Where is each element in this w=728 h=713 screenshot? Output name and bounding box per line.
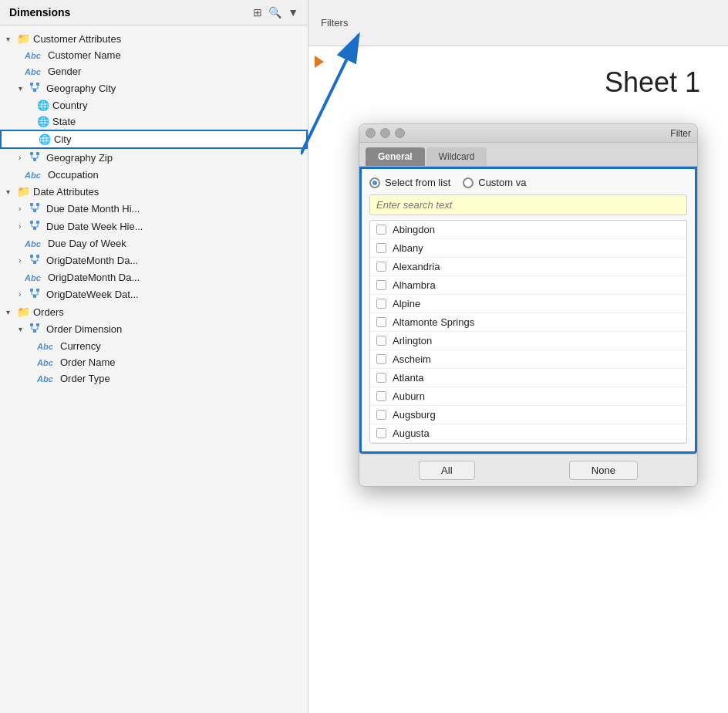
svg-rect-7 — [30, 152, 33, 155]
tree-item-due-date-week[interactable]: › Due Date Week Hie... — [0, 218, 308, 235]
none-button[interactable]: None — [569, 461, 638, 480]
tab-general[interactable]: General — [366, 147, 425, 166]
traffic-light-close[interactable] — [366, 128, 376, 138]
city-label: Atlanta — [393, 372, 423, 384]
city-row-arlington[interactable]: Arlington — [370, 332, 686, 350]
tree-item-customer-attributes[interactable]: ▾ 📁 Customer Attributes — [0, 30, 308, 47]
globe-icon-country: 🌐 — [37, 100, 49, 111]
svg-rect-15 — [33, 209, 36, 212]
city-label: Arlington — [393, 335, 432, 346]
hierarchy-icon — [29, 82, 40, 95]
tree-item-geography-zip[interactable]: › Geography Zip — [0, 149, 308, 167]
city-row-augsburg[interactable]: Augsburg — [370, 406, 686, 424]
radio-label-list: Select from list — [385, 177, 450, 188]
tree-item-orders[interactable]: ▾ 📁 Orders — [0, 303, 308, 320]
city-label: Alhambra — [393, 279, 436, 291]
city-row-abingdon[interactable]: Abingdon — [370, 221, 686, 239]
city-list: Abingdon Albany Alexandria Alhambra Alpi… — [369, 220, 687, 444]
city-checkbox-augusta[interactable] — [376, 428, 386, 438]
traffic-light-maximize[interactable] — [395, 128, 405, 138]
city-row-ascheim[interactable]: Ascheim — [370, 350, 686, 369]
city-checkbox-augsburg[interactable] — [376, 410, 386, 420]
radio-circle-list[interactable] — [369, 177, 380, 188]
city-checkbox-albany[interactable] — [376, 243, 386, 253]
filter-dialog: Filter General Wildcard Select from list… — [359, 123, 698, 487]
filters-bar: Filters — [308, 0, 728, 46]
tree-item-order-name[interactable]: Abc Order Name — [0, 354, 308, 370]
all-button[interactable]: All — [419, 461, 474, 480]
sheet-area: Sheet 1 — [308, 46, 728, 111]
tree-item-gender[interactable]: Abc Gender — [0, 63, 308, 79]
filters-label: Filters — [321, 17, 348, 29]
dialog-content: Select from list Custom va Abingdon Alba… — [359, 167, 697, 454]
grid-icon[interactable]: ⊞ — [253, 6, 262, 19]
city-row-atlanta[interactable]: Atlanta — [370, 369, 686, 387]
radio-circle-custom[interactable] — [463, 177, 474, 188]
city-label: Ascheim — [393, 353, 431, 365]
radio-custom-value[interactable]: Custom va — [463, 177, 526, 188]
svg-rect-32 — [36, 289, 39, 292]
hierarchy-icon-ddm — [29, 202, 40, 215]
radio-label-custom: Custom va — [478, 177, 526, 188]
tree-item-order-type[interactable]: Abc Order Type — [0, 370, 308, 387]
svg-rect-9 — [33, 158, 36, 161]
city-row-alpine[interactable]: Alpine — [370, 295, 686, 313]
dialog-footer: All None — [359, 454, 697, 486]
svg-rect-1 — [36, 83, 39, 86]
city-row-altamonte[interactable]: Altamonte Springs — [370, 313, 686, 332]
search-icon[interactable]: 🔍 — [268, 6, 281, 19]
tree-item-state[interactable]: 🌐 State — [0, 113, 308, 130]
traffic-light-minimize[interactable] — [380, 128, 390, 138]
tree-item-country[interactable]: 🌐 Country — [0, 97, 308, 113]
dimensions-tree: ▾ 📁 Customer Attributes Abc Customer Nam… — [0, 25, 308, 708]
dimensions-header: Dimensions ⊞ 🔍 ▼ — [0, 0, 308, 25]
tree-item-currency[interactable]: Abc Currency — [0, 338, 308, 354]
city-row-auburn[interactable]: Auburn — [370, 387, 686, 406]
tree-item-origdate-month-da2[interactable]: Abc OrigDateMonth Da... — [0, 269, 308, 286]
tree-item-occupation[interactable]: Abc Occupation — [0, 167, 308, 183]
svg-rect-27 — [33, 261, 36, 264]
svg-rect-26 — [36, 255, 39, 258]
tree-item-date-attributes[interactable]: ▾ 📁 Date Attributes — [0, 183, 308, 200]
city-label: Auburn — [393, 390, 425, 402]
city-row-augusta[interactable]: Augusta — [370, 424, 686, 443]
city-row-alexandria[interactable]: Alexandria — [370, 258, 686, 276]
radio-select-from-list[interactable]: Select from list — [369, 177, 450, 188]
svg-rect-21 — [33, 227, 36, 230]
city-label: Altamonte Springs — [393, 316, 474, 328]
hierarchy-icon-odm — [29, 254, 40, 267]
city-row-albany[interactable]: Albany — [370, 239, 686, 258]
tree-item-due-day-of-week[interactable]: Abc Due Day of Week — [0, 235, 308, 252]
city-checkbox-atlanta[interactable] — [376, 373, 386, 383]
tree-item-geography-city[interactable]: ▾ Geography City — [0, 79, 308, 97]
svg-rect-25 — [30, 255, 33, 258]
sheet-title: Sheet 1 — [321, 59, 716, 99]
svg-rect-37 — [30, 323, 33, 326]
tree-item-order-dimension[interactable]: ▾ Order Dimension — [0, 320, 308, 338]
tree-item-city[interactable]: 🌐 City — [0, 130, 308, 149]
tab-wildcard[interactable]: Wildcard — [426, 147, 487, 166]
city-search-input[interactable] — [369, 194, 687, 215]
city-label: Abingdon — [393, 224, 435, 235]
dimensions-title: Dimensions — [9, 6, 247, 19]
dialog-titlebar: Filter — [359, 124, 697, 143]
city-checkbox-altamonte[interactable] — [376, 317, 386, 327]
tree-item-customer-name[interactable]: Abc Customer Name — [0, 47, 308, 63]
tree-item-origdate-week-dat[interactable]: › OrigDateWeek Dat... — [0, 286, 308, 303]
hierarchy-icon-od — [29, 323, 40, 336]
city-checkbox-alexandria[interactable] — [376, 262, 386, 272]
city-checkbox-auburn[interactable] — [376, 391, 386, 401]
tree-item-due-date-month[interactable]: › Due Date Month Hi... — [0, 200, 308, 218]
dialog-title: Filter — [410, 128, 691, 139]
dropdown-icon[interactable]: ▼ — [288, 6, 298, 19]
city-row-alhambra[interactable]: Alhambra — [370, 276, 686, 295]
city-checkbox-arlington[interactable] — [376, 336, 386, 346]
city-label: Augsburg — [393, 409, 436, 421]
city-checkbox-alhambra[interactable] — [376, 280, 386, 290]
svg-rect-19 — [30, 221, 33, 224]
city-checkbox-ascheim[interactable] — [376, 354, 386, 364]
tree-item-origdate-month-da[interactable]: › OrigDateMonth Da... — [0, 252, 308, 269]
radio-row: Select from list Custom va — [369, 177, 687, 188]
city-checkbox-abingdon[interactable] — [376, 225, 386, 235]
city-checkbox-alpine[interactable] — [376, 299, 386, 309]
